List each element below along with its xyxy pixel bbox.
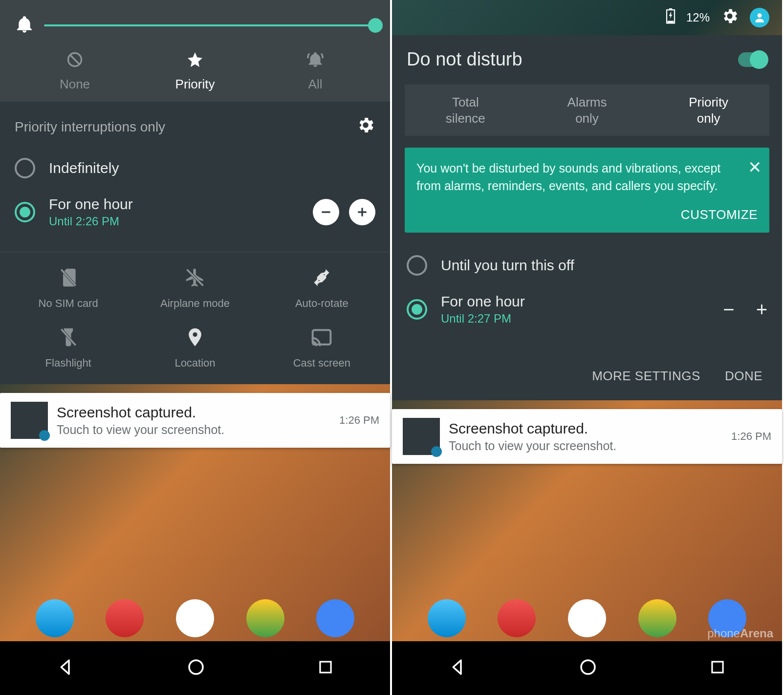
notification-card[interactable]: Screenshot captured. Touch to view your …: [0, 393, 390, 448]
notification-subtitle: Touch to view your screenshot.: [57, 423, 330, 437]
tab-line2: only: [529, 110, 645, 127]
battery-percent: 12%: [686, 11, 710, 24]
cast-icon: [311, 326, 332, 351]
mode-priority[interactable]: Priority: [135, 51, 255, 92]
notification-card[interactable]: Screenshot captured. Touch to view your …: [392, 409, 782, 464]
back-icon[interactable]: [55, 657, 76, 679]
nav-bar: [392, 641, 782, 695]
notification-time: 1:26 PM: [731, 430, 771, 443]
back-icon[interactable]: [447, 657, 468, 679]
status-bar: 12%: [392, 0, 782, 35]
mode-none[interactable]: None: [15, 51, 134, 92]
svg-rect-2: [322, 211, 330, 213]
tile-airplane[interactable]: Airplane mode: [131, 267, 258, 310]
tile-autorotate[interactable]: Auto-rotate: [259, 267, 385, 310]
plus-button[interactable]: [349, 199, 375, 225]
customize-button[interactable]: CUSTOMIZE: [416, 206, 758, 224]
app-icon[interactable]: [428, 599, 466, 637]
radio-icon: [407, 255, 427, 276]
done-button[interactable]: DONE: [725, 369, 762, 384]
info-text: You won't be disturbed by sounds and vib…: [416, 159, 758, 195]
plus-button[interactable]: +: [756, 299, 767, 321]
tab-alarms-only[interactable]: Alarms only: [526, 85, 648, 136]
more-settings-button[interactable]: MORE SETTINGS: [592, 369, 700, 384]
nav-bar: [0, 641, 390, 695]
dnd-mode-tabs: Total silence Alarms only Priority only: [405, 85, 769, 136]
location-icon: [184, 326, 206, 351]
gear-icon[interactable]: [356, 115, 375, 138]
priority-header-text: Priority interruptions only: [15, 119, 165, 135]
option-one-hour[interactable]: For one hour Until 2:26 PM: [15, 187, 375, 237]
volume-slider[interactable]: [44, 24, 375, 26]
radio-icon: [407, 299, 427, 320]
tab-total-silence[interactable]: Total silence: [405, 85, 526, 136]
svg-rect-21: [712, 662, 723, 673]
app-icon[interactable]: [316, 599, 354, 637]
option-one-hour[interactable]: For one hour Until 2:27 PM − +: [407, 284, 767, 334]
tab-priority-only[interactable]: Priority only: [648, 85, 769, 136]
gear-icon[interactable]: [720, 7, 739, 28]
radio-icon: [15, 158, 35, 178]
option-until-off[interactable]: Until you turn this off: [407, 246, 767, 284]
option-indefinitely[interactable]: Indefinitely: [15, 149, 375, 187]
tile-label: Flashlight: [45, 357, 91, 369]
mode-all[interactable]: All: [256, 51, 375, 92]
bell-ring-icon: [306, 51, 324, 72]
tile-label: Cast screen: [293, 357, 350, 369]
app-icon[interactable]: [568, 599, 606, 637]
mode-label: None: [60, 77, 90, 92]
close-icon[interactable]: ✕: [748, 155, 762, 179]
svg-line-1: [70, 55, 79, 64]
app-icon[interactable]: [36, 599, 74, 637]
bell-icon: [15, 15, 34, 36]
notification-text: Screenshot captured. Touch to view your …: [449, 420, 722, 453]
tile-flashlight[interactable]: Flashlight: [5, 326, 131, 369]
svg-rect-17: [669, 8, 672, 10]
tile-label: No SIM card: [39, 297, 98, 310]
sim-icon: [58, 267, 79, 291]
notification-title: Screenshot captured.: [449, 420, 722, 437]
flashlight-icon: [58, 326, 79, 351]
app-icon[interactable]: [498, 599, 536, 637]
duration-stepper: [313, 199, 375, 225]
volume-knob[interactable]: [368, 18, 383, 33]
quick-settings-body: Priority interruptions only Indefinitely…: [0, 102, 390, 384]
dnd-actions: MORE SETTINGS DONE: [392, 339, 782, 400]
svg-point-14: [189, 660, 203, 674]
tab-line1: Priority: [651, 94, 766, 110]
option-label: Until you turn this off: [441, 257, 767, 274]
app-icon[interactable]: [638, 599, 676, 637]
tile-cast[interactable]: Cast screen: [259, 326, 385, 369]
svg-point-20: [581, 660, 595, 674]
tab-line1: Alarms: [529, 94, 645, 110]
home-icon[interactable]: [578, 657, 598, 679]
svg-rect-15: [320, 662, 331, 673]
recents-icon[interactable]: [708, 658, 727, 678]
minus-button[interactable]: −: [723, 299, 734, 321]
watermark: phoneArena: [707, 627, 773, 640]
tab-line1: Total: [408, 94, 523, 110]
tile-no-sim[interactable]: No SIM card: [5, 267, 131, 310]
recents-icon[interactable]: [316, 658, 335, 678]
dnd-title: Do not disturb: [407, 49, 523, 70]
tile-label: Auto-rotate: [295, 297, 348, 310]
app-icon[interactable]: [106, 599, 144, 637]
dnd-toggle[interactable]: [738, 52, 767, 67]
notification-text: Screenshot captured. Touch to view your …: [57, 404, 330, 437]
block-icon: [66, 51, 84, 72]
screenshot-thumb-icon: [403, 418, 440, 455]
dnd-header: Do not disturb: [392, 35, 782, 85]
svg-rect-4: [361, 208, 363, 216]
svg-rect-18: [668, 21, 674, 23]
tile-location[interactable]: Location: [131, 326, 258, 369]
home-icon[interactable]: [186, 657, 206, 679]
avatar-icon[interactable]: [750, 8, 769, 27]
tab-line2: only: [651, 110, 766, 127]
app-icon[interactable]: [246, 599, 284, 637]
app-icon[interactable]: [176, 599, 214, 637]
homescreen-dock: [392, 464, 782, 641]
svg-point-13: [313, 343, 315, 345]
minus-button[interactable]: [313, 199, 339, 225]
info-card: ✕ You won't be disturbed by sounds and v…: [405, 148, 769, 233]
option-main: For one hour: [441, 293, 709, 310]
